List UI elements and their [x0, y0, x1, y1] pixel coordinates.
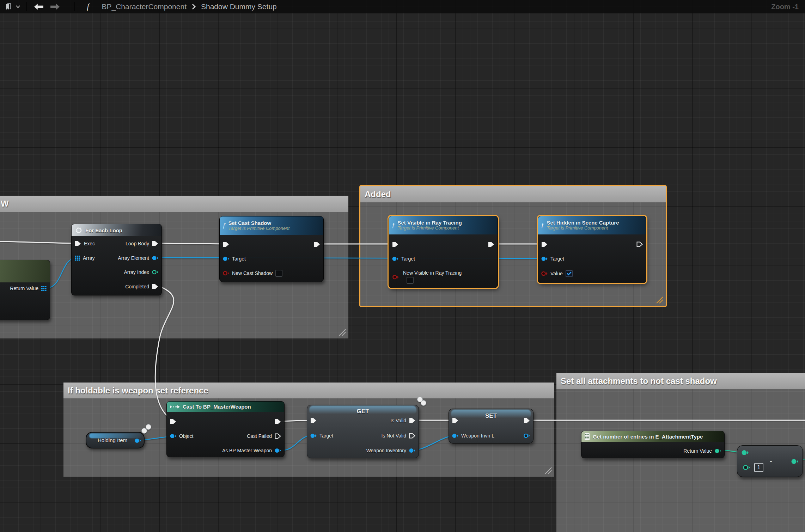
loop-icon	[74, 227, 83, 234]
node-set-cast-shadow[interactable]: ƒ Set Cast Shadow Target is Primitive Co…	[219, 216, 324, 282]
function-icon: ƒ	[86, 2, 91, 12]
exec-pin-in[interactable]	[310, 418, 317, 423]
exec-pin-in[interactable]	[170, 419, 176, 424]
node-subtitle: Target is Primitive Component	[398, 226, 462, 231]
graph-toolbar: ƒ BP_CharacterComponent Shadow Dummy Set…	[0, 0, 805, 13]
enum-icon	[584, 433, 590, 440]
node-subtitle: Target is Primitive Component	[547, 226, 619, 231]
toolbar-divider	[74, 2, 75, 11]
int-pin-in-b-hollow[interactable]	[743, 465, 750, 470]
bool-pin-in[interactable]	[392, 275, 399, 280]
new-visible-checkbox[interactable]	[407, 277, 414, 284]
pin-label: Is Not Valid	[381, 433, 406, 439]
exec-pin-out[interactable]	[524, 418, 530, 423]
new-cast-shadow-checkbox[interactable]	[275, 270, 282, 277]
exec-pin-in[interactable]	[223, 241, 229, 247]
object-pin-in[interactable]	[392, 256, 398, 261]
breadcrumb-root[interactable]: BP_CharacterComponent	[102, 2, 187, 11]
wire-exec-into-foreach[interactable]	[0, 241, 75, 243]
back-arrow-button[interactable]	[34, 3, 44, 10]
array-pin-icon[interactable]	[41, 286, 47, 291]
node-title: For Each Loop	[85, 227, 122, 233]
object-pin-out[interactable]	[135, 438, 141, 443]
pin-label: Exec	[84, 241, 95, 246]
node-weapon-inventory-get[interactable]: GET Is Valid Target Is Not Valid Weapon …	[307, 405, 419, 458]
exec-pin-out[interactable]	[152, 284, 158, 289]
node-title: Cast To BP_MasterWeapon	[183, 404, 251, 410]
int-pin-out[interactable]	[791, 459, 798, 464]
object-pin-in[interactable]	[452, 433, 458, 438]
pin-label: Target	[550, 256, 564, 262]
node-partial-return-value[interactable]: Return Value	[0, 260, 50, 320]
pin-label: Target	[401, 256, 415, 262]
subtract-operator: -	[770, 459, 772, 463]
exec-pin-out[interactable]	[488, 241, 494, 247]
int-pin-out[interactable]	[715, 448, 721, 453]
node-subtitle: Target is Primitive Component	[228, 226, 290, 231]
exec-pin-out-hollow[interactable]	[636, 241, 643, 247]
pin-label: Cast Failed	[247, 433, 272, 439]
node-title: Get number of entries in E_AttachmentTyp…	[593, 434, 703, 440]
object-pin-in[interactable]	[310, 433, 317, 438]
int-pin-in-a[interactable]	[742, 450, 749, 455]
bool-pin-in[interactable]	[541, 271, 548, 276]
exec-pin-out-hollow[interactable]	[409, 433, 415, 439]
exec-pin-in[interactable]	[452, 418, 458, 423]
object-pin-out[interactable]	[409, 448, 415, 453]
object-pin-in[interactable]	[541, 256, 548, 261]
node-set-visible-in-ray-tracing[interactable]: ƒ Set Visible in Ray Tracing Target is P…	[389, 216, 498, 288]
exec-pin-in[interactable]	[392, 241, 398, 247]
array-pin-in[interactable]	[75, 256, 80, 261]
exec-pin-out[interactable]	[275, 419, 281, 424]
blueprint-graph-canvas[interactable]: W Added If holdable is weapon set refere…	[0, 0, 805, 532]
object-pin-out-hollow[interactable]	[524, 433, 530, 438]
node-subtract[interactable]: 1 -	[737, 445, 803, 477]
node-cast-to-bp-masterweapon[interactable]: Cast To BP_MasterWeapon Object Cast Fail…	[166, 401, 285, 457]
pin-label: Array Element	[118, 255, 149, 261]
chevron-down-icon[interactable]	[16, 5, 20, 8]
breadcrumb-separator-icon	[191, 4, 196, 10]
pin-label: Array Index	[124, 269, 149, 275]
variable-label: Holding Item	[98, 437, 127, 443]
node-set-hidden-in-scene-capture[interactable]: ƒ Set Hidden in Scene Capture Target is …	[538, 216, 646, 283]
subtract-b-value-input[interactable]: 1	[754, 463, 763, 472]
exec-pin-out[interactable]	[314, 241, 320, 247]
wire-loopbody-to-setcastshadow[interactable]	[159, 243, 226, 244]
value-checkbox[interactable]	[566, 270, 573, 277]
object-pin-out[interactable]	[152, 256, 158, 261]
bool-pin-in[interactable]	[223, 271, 229, 276]
pin-label: Object	[179, 433, 193, 439]
function-icon: ƒ	[541, 221, 544, 229]
node-holding-item[interactable]: Holding Item	[86, 432, 145, 448]
exec-pin-out[interactable]	[152, 241, 158, 246]
pin-label: New Cast Shadow	[232, 270, 273, 276]
int-pin-out-hollow[interactable]	[152, 270, 158, 275]
pin-label: Target	[232, 256, 246, 262]
node-title: GET	[307, 408, 419, 415]
pin-label: Value	[550, 271, 563, 276]
node-for-each-loop[interactable]: For Each Loop Exec Array Loop Body Array…	[71, 224, 162, 295]
exec-pin-out-hollow[interactable]	[275, 433, 281, 439]
function-icon: ƒ	[222, 222, 226, 230]
node-get-enum-entries[interactable]: Get number of entries in E_AttachmentTyp…	[581, 431, 725, 458]
exec-pin-in[interactable]	[75, 241, 81, 246]
exec-pin-out[interactable]	[409, 418, 415, 423]
object-pin-out[interactable]	[275, 448, 281, 453]
node-weapon-invn-set[interactable]: SET Weapon Invn L	[449, 409, 533, 444]
pin-label: New Visible in Ray Tracing	[403, 270, 462, 276]
pin-label: Weapon Invn L	[461, 433, 494, 439]
pin-label: Loop Body	[126, 241, 149, 246]
forward-arrow-button[interactable]	[50, 3, 60, 10]
breadcrumb-current[interactable]: Shadow Dummy Setup	[201, 2, 277, 11]
bookmark-icon[interactable]	[5, 2, 12, 11]
object-pin-in[interactable]	[223, 256, 229, 261]
node-title: Set Hidden in Scene Capture	[547, 220, 619, 226]
cast-icon	[170, 404, 180, 409]
exec-pin-in[interactable]	[541, 241, 548, 247]
wire-completed-to-cast[interactable]	[155, 286, 174, 421]
pin-label: As BP Master Weapon	[222, 448, 272, 453]
node-title: Set Cast Shadow	[228, 220, 290, 226]
object-pin-in[interactable]	[170, 434, 176, 439]
pin-label: Weapon Inventory	[366, 448, 406, 453]
function-icon: ƒ	[392, 221, 395, 229]
